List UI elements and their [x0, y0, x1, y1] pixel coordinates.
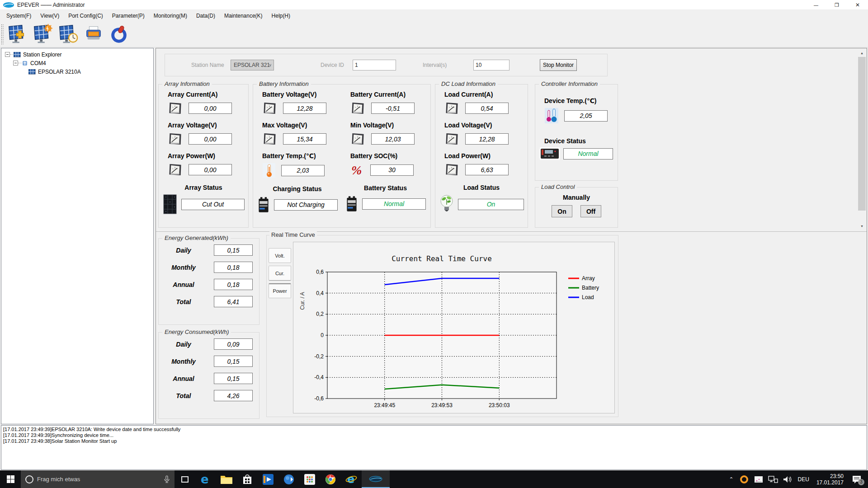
- dual-thermometer-icon: [544, 108, 559, 124]
- svg-text:0,4: 0,4: [316, 290, 324, 296]
- percent-icon: %: [350, 163, 365, 177]
- array-information-panel: Array Information Array Current(A) 0,00 …: [158, 84, 249, 228]
- tab-volt[interactable]: Volt.: [269, 248, 291, 263]
- epever-app-taskbar-button[interactable]: [362, 470, 390, 488]
- window-title: EPEVER —— Administrator: [17, 2, 85, 8]
- con-total-value: 4,26: [214, 390, 253, 401]
- svg-text:e: e: [201, 473, 209, 486]
- microphone-icon[interactable]: [164, 475, 170, 483]
- panel-title: Battery Information: [257, 80, 311, 87]
- volume-icon[interactable]: [782, 474, 793, 485]
- toolbar-drag-handle[interactable]: [1, 24, 4, 45]
- menu-maintenance[interactable]: Maintenance(K): [220, 11, 267, 21]
- panel-title: Controller Information: [539, 80, 600, 87]
- load-current-value: 0,54: [465, 103, 509, 114]
- real-time-curve-panel: Real Time Curve Volt. Cur. Power Current…: [266, 235, 618, 417]
- gen-daily-value: 0,15: [214, 244, 253, 256]
- max-voltage-value: 15,34: [283, 133, 326, 145]
- device-icon: [28, 69, 36, 75]
- device-id-input[interactable]: [353, 60, 396, 70]
- con-annual-value: 0,15: [214, 373, 253, 384]
- app-window: EPEVER —— Administrator System(F) View(V…: [0, 0, 868, 488]
- battery-information-panel: Battery Information Battery Voltage(V) 1…: [253, 84, 431, 228]
- menu-help[interactable]: Help(H): [267, 11, 295, 21]
- network-icon[interactable]: [767, 474, 779, 485]
- clock[interactable]: 23:50 17.01.2017: [814, 473, 846, 486]
- menu-monitoring[interactable]: Monitoring(M): [149, 11, 192, 21]
- load-status-value: On: [458, 199, 524, 210]
- load-off-button[interactable]: Off: [580, 205, 601, 217]
- bulb-plant-icon: [439, 194, 454, 215]
- menu-view[interactable]: View(V): [36, 11, 64, 21]
- svg-text:0,2: 0,2: [316, 311, 324, 317]
- com-port-icon: [22, 60, 28, 66]
- station-name-label: Station Name: [191, 62, 224, 68]
- minimize-button[interactable]: [806, 0, 826, 10]
- svg-text:-0,6: -0,6: [314, 395, 324, 402]
- battery-current-value: -0,51: [371, 103, 415, 114]
- exit-icon[interactable]: [108, 23, 130, 46]
- menu-system[interactable]: System(F): [2, 11, 36, 21]
- action-center-button[interactable]: 3: [849, 474, 864, 485]
- tab-power[interactable]: Power: [269, 283, 291, 298]
- array-voltage-value: 0,00: [189, 133, 232, 145]
- svg-text:e: e: [347, 473, 354, 486]
- language-indicator[interactable]: DEU: [796, 476, 811, 483]
- menu-port-config[interactable]: Port Config(C): [64, 11, 108, 21]
- tree-item-epsolar-3210a[interactable]: EPSOLAR 3210A: [28, 67, 153, 76]
- tree-item-station-explorer[interactable]: Station Explorer: [5, 50, 153, 59]
- chrome-icon[interactable]: [320, 470, 341, 488]
- restore-button[interactable]: [826, 0, 847, 10]
- stop-monitor-button[interactable]: Stop Monitor: [540, 59, 577, 71]
- gen-monthly-value: 0,18: [214, 262, 253, 273]
- svg-text:%: %: [351, 163, 362, 177]
- print-icon[interactable]: [82, 23, 105, 46]
- load-voltage-value: 12,28: [465, 133, 509, 145]
- search-input[interactable]: Frag mich etwas: [21, 470, 175, 488]
- scroll-down-icon[interactable]: [858, 222, 866, 230]
- station-name-select[interactable]: EPSOLAR 321: [231, 60, 274, 70]
- tray-app-icon[interactable]: [738, 474, 750, 485]
- scroll-up-icon[interactable]: [858, 49, 866, 57]
- tree-item-com4[interactable]: COM4: [13, 59, 153, 67]
- station-bar: Station Name EPSOLAR 321 Device ID Inter…: [165, 54, 608, 76]
- internet-explorer-icon[interactable]: e: [341, 470, 362, 488]
- menu-bar: System(F) View(V) Port Config(C) Paramet…: [0, 10, 868, 22]
- start-button[interactable]: [0, 470, 21, 488]
- station-monitor-icon[interactable]: [32, 23, 54, 46]
- interval-label: Interval(s): [423, 62, 447, 68]
- chevron-down-icon: [269, 63, 272, 67]
- close-button[interactable]: [847, 0, 868, 10]
- realtime-data-icon[interactable]: [57, 23, 80, 46]
- vertical-scrollbar[interactable]: [858, 49, 866, 230]
- movies-tv-icon[interactable]: [258, 470, 278, 488]
- app-grid-icon[interactable]: [299, 470, 320, 488]
- gauge-icon: [168, 132, 183, 146]
- panel-title: Load Control: [539, 183, 577, 190]
- gauge-icon: [168, 101, 183, 115]
- load-on-button[interactable]: On: [552, 205, 572, 217]
- tray-expand-icon[interactable]: [727, 476, 736, 483]
- collapse-icon[interactable]: [13, 61, 18, 66]
- task-view-button[interactable]: [175, 470, 195, 488]
- battery-soc-value: 30: [370, 164, 414, 176]
- cortana-icon: [25, 475, 33, 483]
- interval-input[interactable]: [473, 60, 509, 70]
- svg-text:23:49:45: 23:49:45: [374, 402, 395, 408]
- add-station-icon[interactable]: [6, 23, 29, 46]
- menu-parameter[interactable]: Parameter(P): [108, 11, 149, 21]
- tab-cur[interactable]: Cur.: [269, 266, 291, 281]
- dc-load-information-panel: DC Load Information Load Current(A) 0,54…: [435, 84, 528, 228]
- chart-title: Current Real Time Curve: [392, 254, 492, 263]
- chart-y-axis-label: Cur. / A: [299, 292, 306, 310]
- svg-text:0,6: 0,6: [316, 269, 324, 275]
- media-player-icon[interactable]: [278, 470, 299, 488]
- array-current-value: 0,00: [189, 103, 232, 114]
- collapse-icon[interactable]: [5, 52, 10, 57]
- menu-data[interactable]: Data(D): [192, 11, 220, 21]
- store-icon[interactable]: [237, 470, 258, 488]
- scrollbar-thumb[interactable]: [858, 57, 866, 211]
- tray-monitor-app-icon[interactable]: [753, 474, 764, 485]
- file-explorer-icon[interactable]: [216, 470, 237, 488]
- edge-icon[interactable]: e: [195, 470, 216, 488]
